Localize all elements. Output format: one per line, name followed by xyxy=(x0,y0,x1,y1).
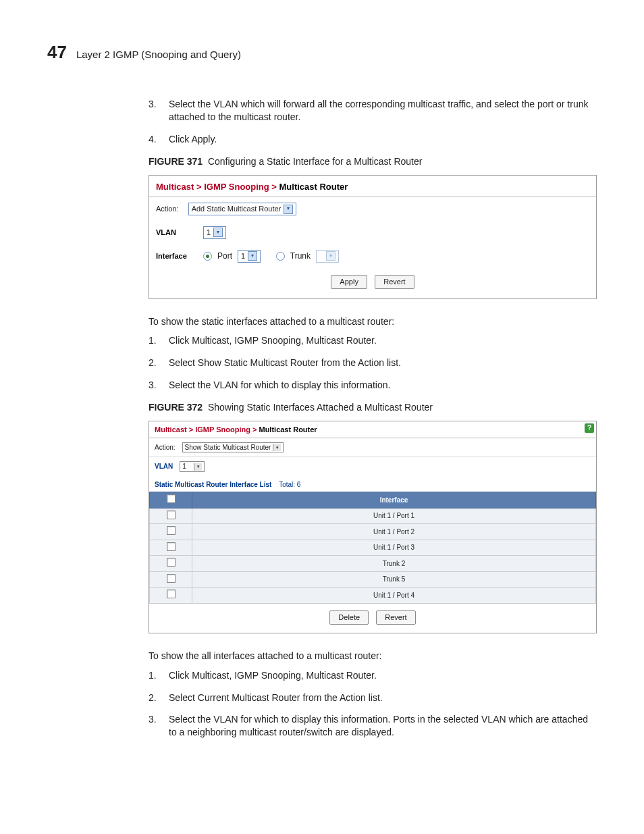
breadcrumb-c: Multicast Router xyxy=(279,182,348,192)
trunk-label: Trunk xyxy=(290,251,311,261)
row-checkbox-cell xyxy=(150,571,192,588)
revert-button[interactable]: Revert xyxy=(376,610,415,625)
interface-cell: Unit 1 / Port 1 xyxy=(192,508,596,524)
list-title: Static Multicast Router Interface List T… xyxy=(149,476,596,492)
figure-caption: FIGURE 372 Showing Static Interfaces Att… xyxy=(149,401,597,414)
port-value: 1 xyxy=(241,251,245,261)
chapter-title: Layer 2 IGMP (Snooping and Query) xyxy=(76,48,241,61)
chevron-down-icon: ▾ xyxy=(213,228,223,237)
vlan-label: VLAN xyxy=(156,228,194,238)
trunk-radio[interactable] xyxy=(276,252,285,261)
revert-button[interactable]: Revert xyxy=(375,275,414,289)
port-radio[interactable] xyxy=(203,252,212,261)
chevron-down-icon: ▾ xyxy=(284,205,293,214)
step-number: 3. xyxy=(149,713,162,739)
select-all-checkbox[interactable] xyxy=(167,494,176,503)
step-number: 3. xyxy=(149,379,162,392)
figure-caption: FIGURE 371 Configuring a Static Interfac… xyxy=(149,155,597,168)
step-item: 1. Click Multicast, IGMP Snooping, Multi… xyxy=(149,669,597,682)
figure-caption-text: Configuring a Static Interface for a Mul… xyxy=(208,156,422,167)
chevron-down-icon: ▾ xyxy=(273,444,281,451)
step-item: 3. Select the VLAN for which to display … xyxy=(149,379,597,392)
step-number: 1. xyxy=(149,334,162,347)
breadcrumb-c: Multicast Router xyxy=(259,425,317,434)
row-checkbox[interactable] xyxy=(167,590,176,598)
step-number: 2. xyxy=(149,357,162,369)
step-item: 3. Select the VLAN which will forward al… xyxy=(149,98,597,124)
action-select[interactable]: Add Static Multicast Router ▾ xyxy=(188,203,297,215)
table-row: Trunk 5 xyxy=(150,571,596,588)
breadcrumb-b: IGMP Snooping xyxy=(195,425,250,434)
chevron-down-icon: ▾ xyxy=(248,251,257,261)
help-icon[interactable]: ? xyxy=(585,423,594,433)
paragraph: To show the all interfaces attached to a… xyxy=(149,650,597,662)
breadcrumb-b: IGMP Snooping xyxy=(204,182,269,192)
trunk-select[interactable]: ▾ xyxy=(316,250,339,263)
chevron-down-icon: ▾ xyxy=(194,463,202,471)
row-checkbox[interactable] xyxy=(167,574,176,583)
total-label: Total: xyxy=(279,481,295,488)
vlan-value: 1 xyxy=(182,462,186,471)
figure372-panel: ? Multicast > IGMP Snooping > Multicast … xyxy=(149,421,597,633)
interface-cell: Unit 1 / Port 3 xyxy=(192,540,596,556)
step-text: Select Current Multicast Router from the… xyxy=(169,692,597,704)
vlan-value: 1 xyxy=(207,228,211,238)
table-row: Trunk 2 xyxy=(150,556,596,572)
step-number: 3. xyxy=(149,98,162,124)
step-item: 1. Click Multicast, IGMP Snooping, Multi… xyxy=(149,334,597,347)
row-checkbox-cell xyxy=(150,508,192,524)
select-all-header xyxy=(150,492,192,509)
step-item: 4. Click Apply. xyxy=(149,133,597,146)
action-label: Action: xyxy=(156,204,179,214)
vlan-select[interactable]: 1 ▾ xyxy=(203,226,226,239)
step-text: Select the VLAN which will forward all t… xyxy=(169,98,597,124)
row-checkbox[interactable] xyxy=(167,542,176,551)
figure371-panel: Multicast > IGMP Snooping > Multicast Ro… xyxy=(149,175,597,299)
interface-cell: Trunk 5 xyxy=(192,571,596,588)
vlan-label: VLAN xyxy=(155,462,173,471)
table-row: Unit 1 / Port 3 xyxy=(150,540,596,556)
action-select[interactable]: Show Static Multicast Router ▾ xyxy=(182,442,284,453)
vlan-select[interactable]: 1 ▾ xyxy=(180,461,205,472)
step-number: 4. xyxy=(149,133,162,146)
figure-label: FIGURE 371 xyxy=(149,156,203,167)
row-checkbox-cell xyxy=(150,556,192,572)
figure-label: FIGURE 372 xyxy=(149,402,203,413)
row-checkbox-cell xyxy=(150,540,192,556)
row-checkbox[interactable] xyxy=(167,511,176,519)
step-item: 3. Select the VLAN for which to display … xyxy=(149,713,597,739)
table-row: Unit 1 / Port 2 xyxy=(150,524,596,540)
paragraph: To show the static interfaces attached t… xyxy=(149,315,597,328)
chapter-number: 47 xyxy=(47,41,67,64)
chevron-down-icon: ▾ xyxy=(326,251,336,261)
interface-cell: Unit 1 / Port 2 xyxy=(192,524,596,540)
breadcrumb-a: Multicast xyxy=(156,182,194,192)
action-value: Show Static Multicast Router xyxy=(185,443,271,452)
interface-cell: Unit 1 / Port 4 xyxy=(192,588,596,604)
step-item: 2. Select Current Multicast Router from … xyxy=(149,692,597,704)
row-checkbox-cell xyxy=(150,524,192,540)
row-checkbox-cell xyxy=(150,588,192,604)
step-text: Select the VLAN for which to display thi… xyxy=(169,379,597,392)
figure-caption-text: Showing Static Interfaces Attached a Mul… xyxy=(208,402,433,413)
page-header: 47 Layer 2 IGMP (Snooping and Query) xyxy=(47,41,597,64)
step-text: Click Multicast, IGMP Snooping, Multicas… xyxy=(169,334,597,347)
action-value: Add Static Multicast Router xyxy=(192,204,281,214)
row-checkbox[interactable] xyxy=(167,526,176,535)
interface-cell: Trunk 2 xyxy=(192,556,596,572)
breadcrumb: Multicast > IGMP Snooping > Multicast Ro… xyxy=(149,421,596,438)
step-text: Select the VLAN for which to display thi… xyxy=(169,713,597,739)
interface-column-header: Interface xyxy=(192,492,596,509)
apply-button[interactable]: Apply xyxy=(331,275,367,289)
total-value: 6 xyxy=(297,481,301,488)
step-text: Click Apply. xyxy=(169,133,597,146)
delete-button[interactable]: Delete xyxy=(329,610,369,625)
breadcrumb-a: Multicast xyxy=(155,425,187,434)
row-checkbox[interactable] xyxy=(167,558,176,567)
interface-label: Interface xyxy=(156,251,194,261)
table-row: Unit 1 / Port 4 xyxy=(150,588,596,604)
port-select[interactable]: 1 ▾ xyxy=(238,250,261,263)
interface-table: Interface Unit 1 / Port 1Unit 1 / Port 2… xyxy=(149,492,596,604)
step-number: 2. xyxy=(149,692,162,704)
table-row: Unit 1 / Port 1 xyxy=(150,508,596,524)
